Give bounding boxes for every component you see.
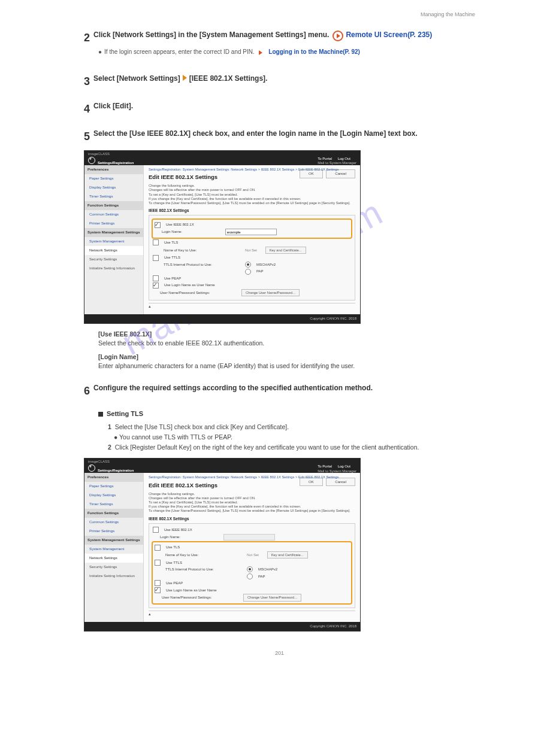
sidebar-item[interactable]: System Management [84, 237, 143, 246]
page-header-right: Managing the Machine [421, 11, 475, 19]
sidebar-item[interactable]: Initialize Setting Information [84, 572, 143, 581]
sidebar-item[interactable]: Display Settings [84, 491, 143, 500]
step-text: Select the [Use IEEE 802.1X] check box, … [93, 129, 418, 139]
copyright: Copyright CANON INC. 2018 [84, 622, 360, 631]
step-6: 6 Configure the required settings accord… [84, 383, 475, 399]
checkbox-use-8021x[interactable] [155, 222, 161, 228]
label: Use Login Name as User Name [166, 588, 217, 593]
sidebar-item[interactable]: System Management [84, 545, 143, 554]
step-number: 4 [84, 101, 90, 117]
login-note: ● If the login screen appears, enter the… [98, 48, 475, 57]
radio-pap[interactable] [247, 573, 253, 579]
label: Use PEAP [164, 276, 181, 281]
checkbox-use-ttls[interactable] [153, 255, 159, 261]
logout-link[interactable]: Log Out [338, 157, 350, 160]
sidebar-item[interactable]: Printer Settings [84, 219, 143, 228]
label: Name of Key to Use: [153, 248, 241, 253]
note-link[interactable]: Logging in to the Machine(P. 92) [268, 48, 360, 55]
label: Login Name: [155, 229, 222, 235]
label: User Name/Password Settings: [153, 290, 238, 296]
substep-note: You cannot use TLS with TTLS or PEAP. [119, 433, 232, 441]
step-number: 2 [84, 30, 90, 45]
page-number: 201 [84, 649, 475, 657]
sidebar-item[interactable]: Printer Settings [84, 527, 143, 536]
label: Use PEAP [166, 581, 183, 586]
gear-icon [88, 464, 95, 472]
sidebar-item[interactable]: Security Settings [84, 255, 143, 264]
top-bar: Settings/Registration To Portal Log Out … [84, 464, 360, 473]
breadcrumb: Settings/Registration: System Management… [149, 475, 355, 480]
checkbox-login-as-user[interactable] [155, 587, 161, 593]
radio-pap[interactable] [245, 269, 251, 275]
checkbox-use-tls[interactable] [153, 239, 159, 245]
sidebar: Preferences Paper Settings Display Setti… [84, 473, 144, 622]
info-text: Change the following settings. Changes w… [149, 492, 355, 514]
sidebar-item[interactable]: Initialize Setting Information [84, 264, 143, 273]
label: TTLS Internal Protocol to Use: [153, 262, 241, 268]
sidebar-item[interactable]: Paper Settings [84, 482, 143, 491]
step-5: 5 Select the [Use IEEE 802.1X] check box… [84, 129, 475, 144]
label: User Name/Password Settings: [155, 595, 240, 600]
sub-steps: 1 Select the [Use TLS] check box and cli… [84, 423, 475, 453]
sidebar-item[interactable]: Security Settings [84, 563, 143, 572]
sidebar-group: Function Settings [84, 509, 143, 518]
change-unp-button[interactable]: Change User Name/Password... [243, 594, 301, 601]
label: Use TTLS [164, 255, 180, 260]
label: Use IEEE 802.1X [166, 222, 194, 227]
checkbox-use-8021x[interactable] [153, 527, 159, 533]
main-panel: Settings/Registration: System Management… [144, 473, 360, 622]
not-set-text: Not Set [247, 552, 259, 558]
field-label: [Use IEEE 802.1X] [98, 330, 152, 338]
copyright: Copyright CANON INC. 2018 [84, 314, 360, 323]
step-3: 3 Select [Network Settings] [IEEE 802.1X… [84, 74, 475, 89]
sidebar-group: System Management Settings [84, 228, 143, 237]
change-unp-button[interactable]: Change User Name/Password... [241, 289, 300, 296]
settings-box: Use IEEE 802.1X Login Name: Use TLS Name… [149, 523, 355, 609]
radio-mschapv2[interactable] [245, 262, 251, 268]
checkbox-login-as-user[interactable] [153, 283, 159, 289]
key-cert-button[interactable]: Key and Certificate... [267, 551, 308, 558]
step-tail: [IEEE 802.1X Settings]. [189, 74, 268, 84]
highlight-tls-block: Use TLS Name of Key to Use:Not Set Key a… [152, 541, 352, 605]
label: Use Login Name as User Name [164, 283, 215, 288]
logout-link[interactable]: Log Out [338, 464, 350, 468]
checkbox-use-peap[interactable] [153, 275, 159, 281]
radio-mschapv2[interactable] [247, 566, 253, 572]
checkbox-use-ttls[interactable] [155, 560, 161, 566]
sidebar-group: Function Settings [84, 201, 143, 210]
to-top[interactable]: ▴ [149, 611, 355, 617]
step-link[interactable]: Remote UI Screen(P. 235) [346, 30, 432, 40]
checkbox-use-peap[interactable] [155, 580, 161, 586]
label: Use TTLS [166, 560, 182, 566]
app-title: Settings/Registration [98, 469, 134, 472]
to-portal-link[interactable]: To Portal [318, 464, 332, 468]
sidebar-item[interactable]: Display Settings [84, 183, 143, 192]
breadcrumb: Settings/Registration: System Management… [149, 168, 355, 172]
sidebar-item[interactable]: Timer Settings [84, 192, 143, 201]
highlight-use-8021x: Use IEEE 802.1X Login Name: [152, 218, 352, 239]
sidebar-item[interactable]: Common Settings [84, 518, 143, 527]
label: MSCHAPv2 [256, 262, 276, 268]
sidebar-item[interactable]: Timer Settings [84, 500, 143, 509]
triangle-icon [183, 75, 187, 81]
key-cert-button[interactable]: Key and Certificate... [265, 247, 306, 254]
settings-box: Use IEEE 802.1X Login Name: Use TLS Name… [149, 215, 355, 300]
substep: Click [Register Default Key] on the righ… [115, 444, 419, 451]
step-number: 3 [84, 74, 90, 89]
checkbox-use-tls[interactable] [155, 545, 161, 551]
sidebar-item-selected[interactable]: Network Settings [84, 246, 143, 255]
play-icon [333, 31, 343, 41]
sidebar-group: Preferences [84, 165, 143, 174]
to-portal-link[interactable]: To Portal [318, 157, 332, 160]
step-4: 4 Click [Edit]. [84, 101, 475, 117]
login-name-input[interactable] [225, 229, 277, 235]
sidebar-item[interactable]: Paper Settings [84, 174, 143, 183]
sidebar-item[interactable]: Common Settings [84, 210, 143, 219]
label: PAP [256, 269, 264, 274]
step-number: 5 [84, 129, 90, 144]
to-top[interactable]: ▴ [149, 303, 355, 309]
step-2: 2 Click [Network Settings] in the [Syste… [84, 30, 475, 45]
sidebar-item-selected[interactable]: Network Settings [84, 554, 143, 563]
info-text: Change the following settings. Changes w… [149, 184, 355, 205]
login-name-input[interactable] [223, 534, 275, 541]
